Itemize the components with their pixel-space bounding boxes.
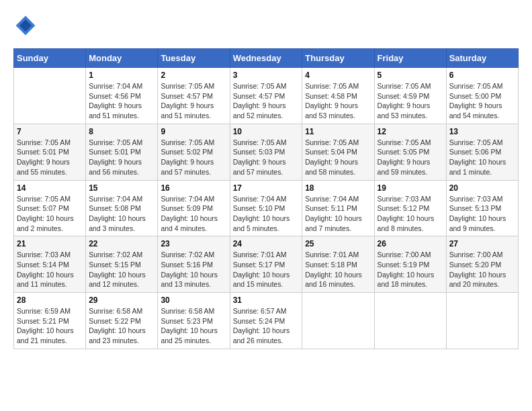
day-info: Sunrise: 7:02 AM Sunset: 5:15 PM Dayligh…	[89, 250, 154, 289]
day-info: Sunrise: 6:58 AM Sunset: 5:22 PM Dayligh…	[89, 306, 154, 346]
day-info: Sunrise: 7:03 AM Sunset: 5:14 PM Dayligh…	[17, 250, 83, 289]
day-info: Sunrise: 7:04 AM Sunset: 5:09 PM Dayligh…	[161, 194, 226, 234]
day-number: 14	[17, 183, 83, 193]
calendar-table: SundayMondayTuesdayWednesdayThursdayFrid…	[13, 48, 519, 349]
day-number: 24	[233, 239, 300, 248]
calendar-cell: 22Sunrise: 7:02 AM Sunset: 5:15 PM Dayli…	[86, 236, 158, 293]
day-number: 22	[89, 239, 154, 248]
day-info: Sunrise: 7:01 AM Sunset: 5:17 PM Dayligh…	[233, 250, 300, 289]
day-number: 19	[378, 183, 443, 193]
calendar-week-5: 28Sunrise: 6:59 AM Sunset: 5:21 PM Dayli…	[14, 293, 519, 349]
day-number: 6	[449, 71, 515, 80]
day-number: 15	[89, 183, 154, 193]
calendar-cell: 26Sunrise: 7:00 AM Sunset: 5:19 PM Dayli…	[374, 236, 446, 293]
day-info: Sunrise: 7:05 AM Sunset: 5:04 PM Dayligh…	[305, 138, 371, 177]
day-info: Sunrise: 7:05 AM Sunset: 5:07 PM Dayligh…	[17, 194, 83, 234]
day-number: 29	[89, 295, 154, 305]
day-number: 10	[233, 127, 300, 136]
day-number: 2	[161, 71, 226, 80]
weekday-header-monday: Monday	[86, 49, 158, 68]
calendar-cell: 8Sunrise: 7:05 AM Sunset: 5:01 PM Daylig…	[86, 124, 158, 180]
day-number: 8	[89, 127, 154, 136]
calendar-cell: 27Sunrise: 7:00 AM Sunset: 5:20 PM Dayli…	[446, 236, 518, 293]
calendar-cell: 21Sunrise: 7:03 AM Sunset: 5:14 PM Dayli…	[14, 236, 86, 293]
logo-icon	[13, 13, 38, 38]
calendar-cell: 4Sunrise: 7:05 AM Sunset: 4:58 PM Daylig…	[302, 68, 374, 124]
day-number: 20	[449, 183, 515, 193]
calendar-cell: 5Sunrise: 7:05 AM Sunset: 4:59 PM Daylig…	[374, 68, 446, 124]
calendar-cell: 12Sunrise: 7:05 AM Sunset: 5:05 PM Dayli…	[374, 124, 446, 180]
day-number: 7	[17, 127, 83, 136]
calendar-cell: 2Sunrise: 7:05 AM Sunset: 4:57 PM Daylig…	[158, 68, 230, 124]
calendar-cell: 11Sunrise: 7:05 AM Sunset: 5:04 PM Dayli…	[302, 124, 374, 180]
day-number: 12	[378, 127, 443, 136]
day-info: Sunrise: 6:58 AM Sunset: 5:23 PM Dayligh…	[161, 306, 226, 346]
calendar-cell: 16Sunrise: 7:04 AM Sunset: 5:09 PM Dayli…	[158, 180, 230, 236]
day-info: Sunrise: 6:57 AM Sunset: 5:24 PM Dayligh…	[233, 306, 300, 346]
day-info: Sunrise: 7:05 AM Sunset: 5:03 PM Dayligh…	[233, 138, 300, 177]
day-number: 17	[233, 183, 300, 193]
day-number: 25	[305, 239, 371, 248]
calendar-cell: 13Sunrise: 7:05 AM Sunset: 5:06 PM Dayli…	[446, 124, 518, 180]
weekday-header-tuesday: Tuesday	[158, 49, 230, 68]
day-number: 3	[233, 71, 300, 80]
day-number: 16	[161, 183, 226, 193]
day-info: Sunrise: 7:03 AM Sunset: 5:13 PM Dayligh…	[449, 194, 515, 234]
logo	[13, 13, 42, 38]
calendar-cell: 14Sunrise: 7:05 AM Sunset: 5:07 PM Dayli…	[14, 180, 86, 236]
calendar-cell: 6Sunrise: 7:05 AM Sunset: 5:00 PM Daylig…	[446, 68, 518, 124]
calendar-cell: 31Sunrise: 6:57 AM Sunset: 5:24 PM Dayli…	[230, 293, 302, 349]
day-number: 27	[449, 239, 515, 248]
calendar-cell: 30Sunrise: 6:58 AM Sunset: 5:23 PM Dayli…	[158, 293, 230, 349]
calendar-week-1: 1Sunrise: 7:04 AM Sunset: 4:56 PM Daylig…	[14, 68, 519, 124]
calendar-header: SundayMondayTuesdayWednesdayThursdayFrid…	[14, 49, 519, 68]
day-info: Sunrise: 7:05 AM Sunset: 5:01 PM Dayligh…	[89, 138, 154, 177]
weekday-header-wednesday: Wednesday	[230, 49, 302, 68]
day-number: 9	[161, 127, 226, 136]
day-info: Sunrise: 7:03 AM Sunset: 5:12 PM Dayligh…	[378, 194, 443, 234]
day-info: Sunrise: 7:05 AM Sunset: 5:05 PM Dayligh…	[378, 138, 443, 177]
day-info: Sunrise: 7:01 AM Sunset: 5:18 PM Dayligh…	[305, 250, 371, 289]
calendar-cell: 23Sunrise: 7:02 AM Sunset: 5:16 PM Dayli…	[158, 236, 230, 293]
calendar-cell: 7Sunrise: 7:05 AM Sunset: 5:01 PM Daylig…	[14, 124, 86, 180]
calendar-week-3: 14Sunrise: 7:05 AM Sunset: 5:07 PM Dayli…	[14, 180, 519, 236]
calendar-cell: 9Sunrise: 7:05 AM Sunset: 5:02 PM Daylig…	[158, 124, 230, 180]
calendar-cell: 24Sunrise: 7:01 AM Sunset: 5:17 PM Dayli…	[230, 236, 302, 293]
day-info: Sunrise: 7:05 AM Sunset: 4:57 PM Dayligh…	[161, 81, 226, 121]
calendar-cell: 15Sunrise: 7:04 AM Sunset: 5:08 PM Dayli…	[86, 180, 158, 236]
day-number: 11	[305, 127, 371, 136]
page-header	[13, 13, 519, 38]
day-info: Sunrise: 7:00 AM Sunset: 5:19 PM Dayligh…	[378, 250, 443, 289]
day-info: Sunrise: 7:05 AM Sunset: 5:01 PM Dayligh…	[17, 138, 83, 177]
weekday-header-saturday: Saturday	[446, 49, 518, 68]
calendar-cell: 17Sunrise: 7:04 AM Sunset: 5:10 PM Dayli…	[230, 180, 302, 236]
day-info: Sunrise: 7:04 AM Sunset: 5:08 PM Dayligh…	[89, 194, 154, 234]
day-info: Sunrise: 7:00 AM Sunset: 5:20 PM Dayligh…	[449, 250, 515, 289]
calendar-cell: 19Sunrise: 7:03 AM Sunset: 5:12 PM Dayli…	[374, 180, 446, 236]
day-number: 18	[305, 183, 371, 193]
calendar-cell	[374, 293, 446, 349]
calendar-cell: 25Sunrise: 7:01 AM Sunset: 5:18 PM Dayli…	[302, 236, 374, 293]
calendar-cell	[302, 293, 374, 349]
day-info: Sunrise: 7:04 AM Sunset: 5:11 PM Dayligh…	[305, 194, 371, 234]
day-number: 4	[305, 71, 371, 80]
day-number: 28	[17, 295, 83, 305]
calendar-week-2: 7Sunrise: 7:05 AM Sunset: 5:01 PM Daylig…	[14, 124, 519, 180]
day-number: 30	[161, 295, 226, 305]
day-info: Sunrise: 7:05 AM Sunset: 4:57 PM Dayligh…	[233, 81, 300, 121]
calendar-cell: 28Sunrise: 6:59 AM Sunset: 5:21 PM Dayli…	[14, 293, 86, 349]
calendar-cell: 18Sunrise: 7:04 AM Sunset: 5:11 PM Dayli…	[302, 180, 374, 236]
day-number: 5	[378, 71, 443, 80]
day-number: 21	[17, 239, 83, 248]
calendar-cell: 29Sunrise: 6:58 AM Sunset: 5:22 PM Dayli…	[86, 293, 158, 349]
day-number: 23	[161, 239, 226, 248]
day-number: 26	[378, 239, 443, 248]
day-info: Sunrise: 7:04 AM Sunset: 5:10 PM Dayligh…	[233, 194, 300, 234]
day-number: 13	[449, 127, 515, 136]
calendar-cell: 10Sunrise: 7:05 AM Sunset: 5:03 PM Dayli…	[230, 124, 302, 180]
day-number: 31	[233, 295, 300, 305]
day-info: Sunrise: 7:02 AM Sunset: 5:16 PM Dayligh…	[161, 250, 226, 289]
calendar-cell	[14, 68, 86, 124]
day-info: Sunrise: 7:05 AM Sunset: 4:58 PM Dayligh…	[305, 81, 371, 121]
day-info: Sunrise: 7:05 AM Sunset: 5:00 PM Dayligh…	[449, 81, 515, 121]
